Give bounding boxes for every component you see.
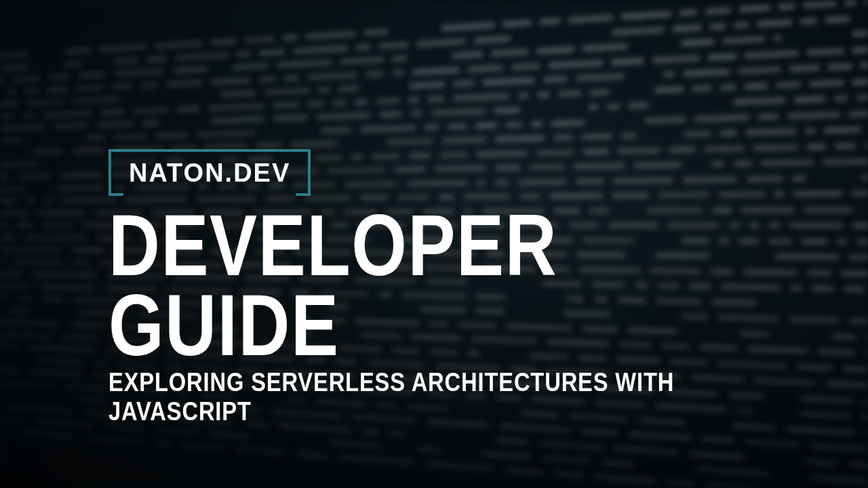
hero-title: DEVELOPER GUIDE	[108, 205, 731, 365]
site-badge-label: NATON.DEV	[129, 159, 290, 187]
site-badge: NATON.DEV	[108, 149, 311, 196]
hero-subtitle: EXPLORING SERVERLESS ARCHITECTURES WITH …	[108, 368, 762, 426]
hero-text-block: NATON.DEV DEVELOPER GUIDE EXPLORING SERV…	[108, 149, 868, 426]
